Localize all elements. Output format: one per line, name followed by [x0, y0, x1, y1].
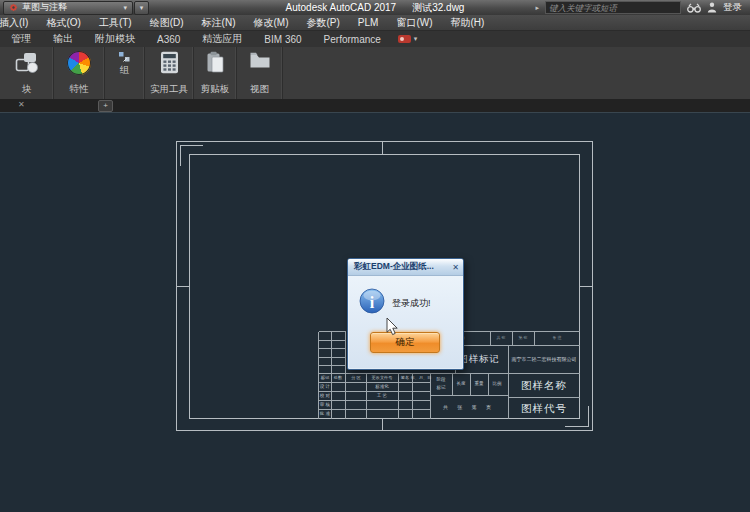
- file-tab-close-icon[interactable]: ✕: [18, 100, 25, 109]
- titleblock-stage-label: 标记: [437, 386, 446, 391]
- titleblock-stage-label: 阶段: [437, 378, 446, 383]
- panel-block[interactable]: 块: [0, 47, 54, 99]
- chevron-down-icon: ▾: [140, 4, 144, 12]
- infocenter: ▸ 登录: [535, 1, 750, 14]
- new-tab-button[interactable]: +: [98, 100, 113, 112]
- panel-group[interactable]: 组: [105, 47, 145, 99]
- menu-dimension[interactable]: 标注(N): [193, 16, 245, 30]
- login-result-dialog: 彩虹EDM-企业图纸... ✕ i 登录成功! 确定: [347, 258, 464, 370]
- menu-window[interactable]: 窗口(W): [387, 16, 441, 30]
- svg-text:i: i: [370, 294, 375, 311]
- signin-user-icon[interactable]: [707, 2, 717, 13]
- tab-output[interactable]: 输出: [42, 32, 84, 46]
- menu-tools[interactable]: 工具(T): [90, 16, 141, 30]
- menu-insert[interactable]: 插入(I): [0, 16, 37, 30]
- search-input[interactable]: [545, 1, 681, 14]
- menu-help[interactable]: 帮助(H): [441, 16, 493, 30]
- dialog-title: 彩虹EDM-企业图纸...: [354, 261, 434, 273]
- menu-format[interactable]: 格式(O): [37, 16, 89, 30]
- workspace-dropdown-button[interactable]: ▾: [134, 1, 149, 15]
- panel-clipboard[interactable]: 剪贴板: [194, 47, 237, 99]
- clipboard-icon: [206, 51, 224, 74]
- titleblock-proc-label: 工 艺: [377, 394, 387, 399]
- search-binoculars-icon[interactable]: [687, 3, 701, 13]
- tab-a360[interactable]: A360: [146, 34, 191, 45]
- menu-parametric[interactable]: 参数(P): [297, 16, 348, 30]
- tab-featured-apps[interactable]: 精选应用: [191, 32, 253, 46]
- titleblock-row-label: 审 核: [320, 403, 330, 408]
- file-tab-bar: ✕ +: [0, 99, 750, 112]
- info-icon: i: [359, 288, 385, 314]
- document-name: 测试32.dwg: [412, 1, 464, 15]
- workspace-selector[interactable]: 草图与注释 ▾: [3, 1, 133, 15]
- panel-properties[interactable]: 特性: [54, 47, 105, 99]
- autocad-window: 草图与注释 ▾ ▾ Autodesk AutoCAD 2017 测试32.dwg…: [0, 0, 750, 512]
- workspace-label: 草图与注释: [22, 1, 67, 14]
- chevron-down-icon: ▾: [123, 4, 127, 12]
- quick-access-toolbar: 草图与注释 ▾ ▾: [3, 1, 149, 15]
- group-icon: [118, 51, 131, 63]
- titleblock-top-cell: 备 注: [552, 336, 561, 340]
- titleblock-row-label: 设 计: [320, 385, 330, 390]
- title-bar: 草图与注释 ▾ ▾ Autodesk AutoCAD 2017 测试32.dwg…: [0, 0, 750, 15]
- dialog-titlebar[interactable]: 彩虹EDM-企业图纸... ✕: [348, 259, 463, 276]
- search-expand-icon[interactable]: ▸: [535, 4, 539, 12]
- menu-plm[interactable]: PLM: [349, 17, 388, 28]
- titleblock-company: 南宁市二轻二宏科技有限公司: [512, 357, 577, 362]
- menu-bar: 插入(I) 格式(O) 工具(T) 绘图(D) 标注(N) 修改(M) 参数(P…: [0, 15, 750, 31]
- workspace-gear-icon: [9, 3, 18, 12]
- panel-label: 特性: [54, 83, 104, 96]
- titleblock-cell: 长度: [457, 382, 466, 387]
- titleblock-top-cell: 第 张: [518, 336, 527, 340]
- block-icon: [14, 51, 40, 75]
- titleblock-sheet-row: 共 张 第 页: [443, 405, 495, 410]
- ribbon-tab-bar: 管理 输出 附加模块 A360 精选应用 BIM 360 Performance…: [0, 31, 750, 47]
- ribbon-panels: 块 特性 组 实用工具: [0, 47, 750, 100]
- titleblock-header: 分 区: [351, 376, 361, 380]
- titleblock-mark-label: 图样标记: [458, 354, 500, 364]
- ok-button[interactable]: 确定: [370, 332, 440, 353]
- dialog-message: 登录成功!: [392, 297, 431, 310]
- menu-modify[interactable]: 修改(M): [244, 16, 297, 30]
- calculator-icon: [160, 51, 179, 74]
- titleblock-header: 处数: [334, 376, 342, 380]
- panel-label: 块: [0, 83, 53, 96]
- titleblock-row-label: 校 对: [320, 394, 330, 399]
- panel-label: 组: [120, 64, 130, 77]
- tab-addins[interactable]: 附加模块: [84, 32, 146, 46]
- titleblock-row-label: 批 准: [320, 412, 330, 417]
- mouse-cursor: [386, 317, 399, 336]
- signin-button[interactable]: 登录: [723, 1, 742, 14]
- menu-draw[interactable]: 绘图(D): [141, 16, 193, 30]
- recorder-icon[interactable]: [398, 35, 411, 43]
- titleblock-proc-label: 标准化: [375, 385, 389, 390]
- view-folder-icon: [249, 51, 271, 69]
- app-title: Autodesk AutoCAD 2017: [286, 2, 397, 13]
- titleblock-name-label: 图样名称: [521, 380, 567, 391]
- panel-utilities[interactable]: 实用工具: [145, 47, 194, 99]
- titleblock-top-cell: 共 张: [496, 336, 505, 340]
- panel-label: 视图: [237, 83, 282, 96]
- chevron-down-icon[interactable]: ▾: [414, 35, 418, 43]
- titleblock-code-label: 图样代号: [521, 403, 567, 414]
- titleblock-cell: 重量: [475, 382, 484, 387]
- panel-label: 剪贴板: [194, 83, 236, 96]
- dialog-close-icon[interactable]: ✕: [452, 263, 459, 272]
- panel-label: 实用工具: [145, 83, 193, 96]
- titleblock-header: 更改文件号: [372, 376, 393, 380]
- tab-bim360[interactable]: BIM 360: [253, 34, 312, 45]
- titleblock-header: 签名: [401, 376, 409, 380]
- titleblock-cell: 比例: [493, 382, 502, 387]
- titleblock-header: 标记: [321, 376, 329, 380]
- tab-performance[interactable]: Performance: [313, 34, 392, 45]
- panel-view[interactable]: 视图: [237, 47, 283, 99]
- tab-manage[interactable]: 管理: [0, 32, 42, 46]
- titleblock-header: 年、月、日: [411, 376, 432, 380]
- dialog-body: i 登录成功! 确定: [348, 276, 463, 369]
- properties-colorwheel-icon: [67, 51, 91, 75]
